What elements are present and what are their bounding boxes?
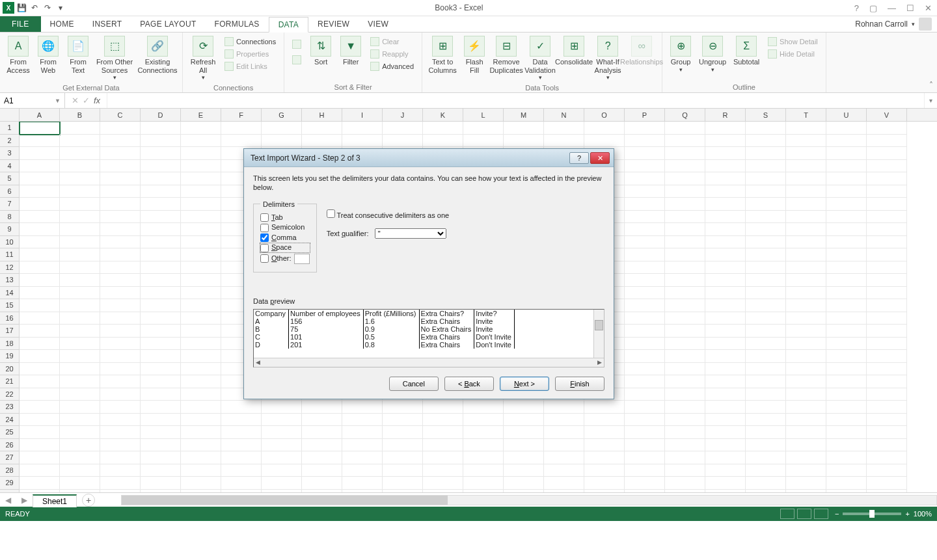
text-import-wizard-dialog: Text Import Wizard - Step 2 of 3 ? ✕ Thi…: [243, 148, 614, 399]
preview-cell: 75: [289, 325, 364, 333]
preview-cell: B: [254, 325, 289, 333]
next-button[interactable]: Next >: [500, 377, 549, 391]
dialog-close-button[interactable]: ✕: [590, 152, 610, 164]
delim-semicolon-checkbox[interactable]: Semicolon: [260, 223, 310, 232]
preview-cell: A: [254, 317, 289, 325]
treat-consecutive-input[interactable]: [327, 209, 335, 218]
treat-consecutive-checkbox[interactable]: Treat consecutive delimiters as one: [327, 211, 449, 219]
text-qualifier-select[interactable]: ": [375, 228, 446, 239]
dialog-body: This screen lets you set the delimiters …: [244, 167, 614, 399]
preview-cell: Invite: [474, 317, 515, 325]
preview-vertical-scrollbar[interactable]: [593, 310, 604, 358]
preview-cell: 0.9: [363, 325, 419, 333]
preview-cell: 0.8: [363, 341, 419, 349]
finish-button[interactable]: Finish: [555, 377, 604, 391]
delim-space-checkbox[interactable]: Space: [260, 243, 310, 252]
scrollbar-thumb[interactable]: [595, 320, 603, 330]
preview-cell: 156: [289, 317, 364, 325]
preview-header-cell: Extra Chairs?: [419, 310, 474, 317]
preview-cell: Don't Invite: [474, 341, 515, 349]
delim-other-text[interactable]: [294, 254, 310, 264]
text-qualifier-label: Text qualifier:: [327, 230, 369, 237]
delim-tab-input[interactable]: [260, 213, 269, 222]
preview-cell: Don't Invite: [474, 333, 515, 341]
preview-cell: Extra Chairs: [419, 341, 474, 349]
dialog-title: Text Import Wizard - Step 2 of 3: [251, 153, 360, 163]
modal-overlay: Text Import Wizard - Step 2 of 3 ? ✕ Thi…: [0, 0, 937, 560]
preview-header-cell: Number of employees: [289, 310, 364, 317]
preview-cell: 201: [289, 341, 364, 349]
dialog-buttons: Cancel < Back Next > Finish: [253, 377, 604, 391]
preview-cell: Invite: [474, 325, 515, 333]
delim-tab-checkbox[interactable]: Tab: [260, 213, 310, 222]
delim-space-input[interactable]: [260, 244, 269, 252]
preview-horizontal-scrollbar[interactable]: ◀▶: [254, 358, 604, 367]
dialog-description: This screen lets you set the delimiters …: [253, 174, 604, 193]
preview-table: CompanyNumber of employeesProfit (£Milli…: [254, 310, 515, 349]
delim-comma-checkbox[interactable]: Comma: [260, 233, 310, 243]
preview-header-cell: Company: [254, 310, 289, 317]
delim-comma-input[interactable]: [260, 233, 269, 242]
data-preview: CompanyNumber of employeesProfit (£Milli…: [253, 309, 604, 367]
preview-cell: Extra Chairs: [419, 317, 474, 325]
preview-cell: No Extra Chairs: [419, 325, 474, 333]
preview-cell: 0.5: [363, 333, 419, 341]
data-preview-label: Data preview: [253, 297, 604, 305]
preview-cell: D: [254, 341, 289, 349]
preview-header-cell: Profit (£Millions): [363, 310, 419, 317]
delimiters-legend: Delimiters: [260, 200, 297, 208]
delim-other-checkbox[interactable]: Other:: [260, 254, 310, 264]
preview-cell: 1.6: [363, 317, 419, 325]
preview-cell: Extra Chairs: [419, 333, 474, 341]
cancel-button[interactable]: Cancel: [389, 377, 439, 391]
dialog-title-bar[interactable]: Text Import Wizard - Step 2 of 3 ? ✕: [244, 149, 614, 167]
dialog-help-button[interactable]: ?: [569, 152, 589, 164]
back-button[interactable]: < Back: [444, 377, 494, 391]
delim-semicolon-input[interactable]: [260, 224, 269, 232]
delimiters-fieldset: Delimiters Tab Semicolon Comma Space Oth…: [253, 200, 317, 273]
preview-cell: C: [254, 333, 289, 341]
preview-header-cell: Invite?: [474, 310, 515, 317]
delimiter-options: Treat consecutive delimiters as one Text…: [327, 209, 449, 239]
preview-cell: 101: [289, 333, 364, 341]
delim-other-input[interactable]: [260, 254, 269, 263]
